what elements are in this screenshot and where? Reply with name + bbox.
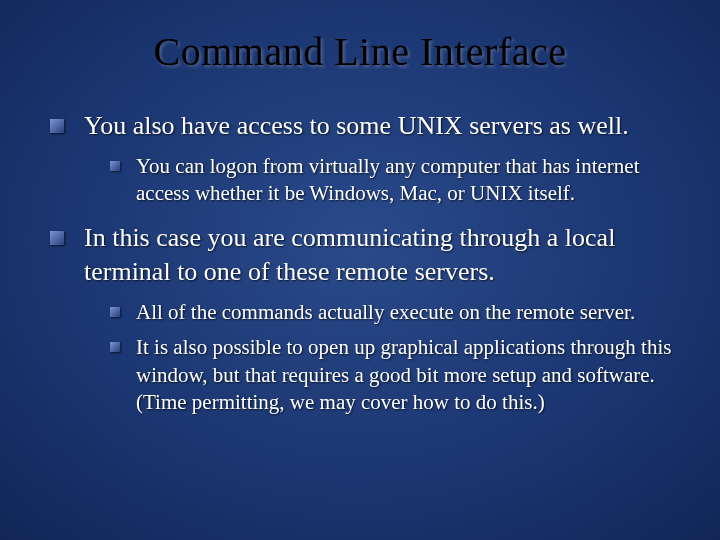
bullet-text: It is also possible to open up graphical… <box>136 335 671 414</box>
bullet-text: You also have access to some UNIX server… <box>84 111 629 140</box>
slide: Command Line Interface You also have acc… <box>0 0 720 540</box>
square-bullet-icon <box>110 342 120 352</box>
bullet-text: You can logon from virtually any compute… <box>136 154 640 205</box>
sub-bullet-list: You can logon from virtually any compute… <box>84 153 680 208</box>
slide-title: Command Line Interface <box>40 28 680 75</box>
list-item: All of the commands actually execute on … <box>110 299 680 326</box>
square-bullet-icon <box>110 161 120 171</box>
list-item: In this case you are communicating throu… <box>50 221 680 416</box>
square-bullet-icon <box>110 307 120 317</box>
list-item: You can logon from virtually any compute… <box>110 153 680 208</box>
bullet-list: You also have access to some UNIX server… <box>40 109 680 416</box>
bullet-text: All of the commands actually execute on … <box>136 300 635 324</box>
sub-bullet-list: All of the commands actually execute on … <box>84 299 680 416</box>
square-bullet-icon <box>50 119 64 133</box>
list-item: You also have access to some UNIX server… <box>50 109 680 207</box>
list-item: It is also possible to open up graphical… <box>110 334 680 416</box>
square-bullet-icon <box>50 231 64 245</box>
bullet-text: In this case you are communicating throu… <box>84 223 615 286</box>
